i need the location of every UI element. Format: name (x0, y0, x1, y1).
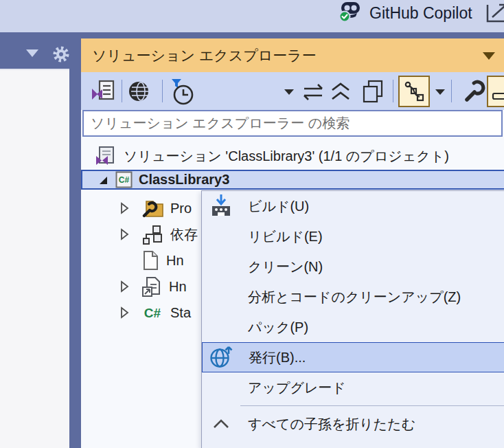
tree-item-label: Hn (166, 253, 184, 269)
project-context-menu: ビルド(U) リビルド(E) クリーン(N) 分析とコードのクリーンアップ(Z)… (201, 190, 504, 448)
properties-wrench-icon[interactable] (460, 78, 486, 107)
nested-nodes-caret-icon[interactable] (435, 89, 445, 95)
solution-icon (95, 146, 115, 166)
solution-explorer-title: ソリューション エクスプローラー (92, 46, 317, 65)
copy-path-icon[interactable] (360, 79, 385, 107)
expander-collapsed-icon[interactable] (119, 202, 130, 214)
copilot-icon (338, 0, 363, 27)
collapse-all-icon[interactable] (329, 82, 352, 104)
pane-dropdown-caret-icon[interactable] (483, 52, 495, 60)
tree-item-label: Pro (170, 201, 192, 216)
menu-item-label: アップグレード (248, 379, 346, 397)
expander-collapsed-icon[interactable] (119, 280, 130, 293)
left-tool-window-header (0, 38, 81, 69)
publish-icon (208, 344, 236, 370)
menu-item-upgrade[interactable]: アップグレード (202, 372, 504, 403)
toolbar-separator (451, 80, 452, 102)
collapse-chevron-icon (207, 418, 235, 430)
project-label: ClassLibrary3 (139, 172, 229, 188)
toolbar-separator (162, 80, 163, 102)
visual-studio-window: GitHub Copilot ソリューション エクスプローラー (0, 0, 504, 448)
menu-item-build[interactable]: ビルド(U) (202, 191, 504, 221)
expander-collapsed-icon[interactable] (119, 228, 130, 240)
pending-changes-filter-icon[interactable] (169, 78, 196, 109)
build-icon (207, 193, 235, 219)
search-input[interactable] (82, 110, 503, 137)
file-icon (141, 250, 159, 271)
tree-item-label: Sta (170, 305, 191, 321)
dependencies-icon (141, 224, 163, 245)
preview-items-button[interactable] (487, 76, 504, 107)
github-copilot-status[interactable]: GitHub Copilot (338, 0, 472, 26)
web-globe-icon[interactable] (127, 80, 150, 106)
csproj-icon: C# (115, 171, 133, 188)
filter-dropdown-caret-icon[interactable] (284, 89, 294, 95)
properties-folder-icon (141, 199, 163, 218)
nested-nodes-button[interactable] (398, 76, 430, 107)
linked-file-icon (141, 276, 162, 297)
toolbar-separator (122, 80, 122, 102)
menu-item-clean[interactable]: クリーン(N) (202, 251, 504, 282)
expander-expanded-icon[interactable] (98, 175, 108, 186)
solution-explorer-toolbar (81, 72, 504, 110)
solution-label: ソリューション 'ClassLibrary3' (1/1 のプロジェクト) (124, 147, 449, 166)
left-editor-panel (0, 69, 69, 448)
ide-top-bar: GitHub Copilot (0, 0, 504, 32)
svg-text:C#: C# (144, 306, 161, 320)
tree-row-project[interactable]: C# ClassLibrary3 (81, 170, 504, 190)
svg-text:C#: C# (119, 175, 130, 185)
menu-item-rebuild[interactable]: リビルド(E) (202, 221, 504, 251)
menu-item-label: ビルド(U) (248, 197, 309, 216)
menu-item-label: パック(P) (248, 318, 308, 337)
toolbar-separator (393, 80, 393, 102)
menu-item-label: 発行(B)... (249, 348, 306, 367)
popout-icon[interactable] (485, 1, 504, 25)
menu-item-collapse-descendants[interactable]: すべての子孫を折りたたむ (202, 409, 504, 439)
tree-row-solution[interactable]: ソリューション 'ClassLibrary3' (1/1 のプロジェクト) (81, 143, 504, 169)
csharp-file-icon: C# (141, 304, 163, 322)
menu-item-publish[interactable]: 発行(B)... (202, 342, 504, 372)
sync-selection-icon[interactable] (301, 83, 325, 104)
menu-item-label: 分析とコードのクリーンアップ(Z) (248, 288, 461, 306)
window-menu-caret-icon[interactable] (26, 49, 38, 57)
menu-item-label: クリーン(N) (248, 258, 323, 276)
dock-divider-bar (0, 32, 504, 38)
copilot-label: GitHub Copilot (369, 4, 472, 23)
expander-collapsed-icon[interactable] (119, 306, 130, 319)
switch-views-icon[interactable] (91, 79, 115, 107)
menu-item-pack[interactable]: パック(P) (202, 312, 504, 342)
menu-item-label: リビルド(E) (248, 227, 323, 246)
tree-item-label: 依存 (170, 225, 198, 244)
vertical-splitter[interactable] (69, 69, 81, 448)
menu-item-label: すべての子孫を折りたたむ (248, 415, 415, 434)
menu-item-analyze-cleanup[interactable]: 分析とコードのクリーンアップ(Z) (202, 282, 504, 312)
tree-item-label: Hn (169, 279, 187, 295)
solution-explorer-title-bar: ソリューション エクスプローラー (81, 38, 504, 72)
gear-icon[interactable] (51, 44, 71, 67)
menu-separator (240, 405, 504, 406)
